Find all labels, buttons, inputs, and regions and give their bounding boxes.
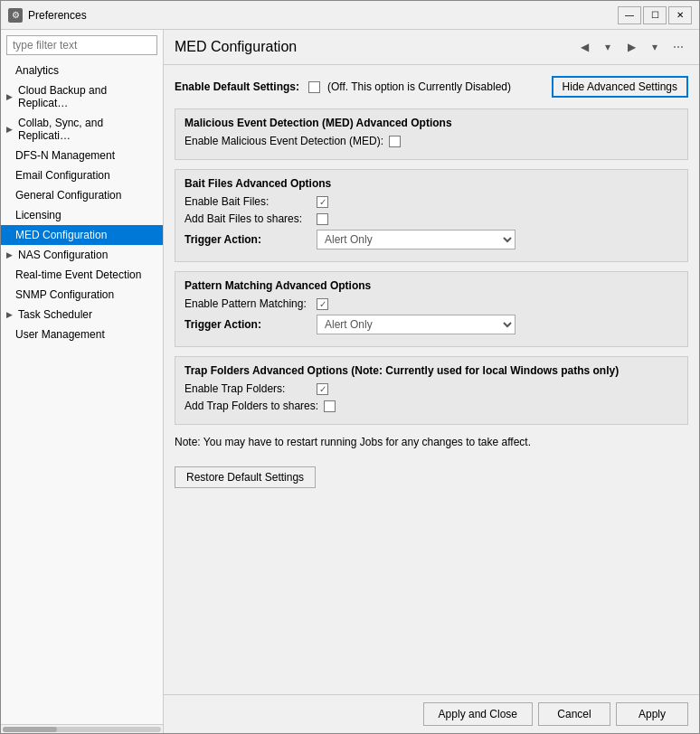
sidebar-label: SNMP Configuration	[15, 288, 114, 301]
expand-icon: ▶	[6, 125, 13, 134]
bait-trigger-label: Trigger Action:	[184, 233, 311, 246]
med-advanced-title: Malicious Event Detection (MED) Advanced…	[184, 117, 678, 129]
enable-default-label: Enable Default Settings:	[175, 80, 301, 93]
sidebar-item-email-config[interactable]: Email Configuration	[1, 165, 163, 185]
sidebar-label: DFS-N Management	[15, 149, 115, 162]
sidebar-label: Real-time Event Detection	[15, 268, 141, 281]
main-header: MED Configuration ◀ ▾ ▶ ▾ ⋯	[164, 30, 699, 65]
sidebar-label: Licensing	[15, 209, 61, 221]
search-input[interactable]	[6, 35, 157, 55]
sidebar-item-licensing[interactable]: Licensing	[1, 205, 163, 225]
sidebar-item-cloud-backup[interactable]: ▶ Cloud Backup and Replicat…	[1, 80, 163, 113]
sidebar-item-dfs-n[interactable]: DFS-N Management	[1, 146, 163, 165]
back-dropdown-button[interactable]: ▾	[598, 37, 618, 57]
window-controls: — ☐ ✕	[618, 6, 692, 24]
close-button[interactable]: ✕	[668, 6, 692, 24]
sidebar-label: Email Configuration	[15, 169, 110, 182]
sidebar-label: General Configuration	[15, 189, 121, 202]
add-bait-files-label: Add Bait Files to shares:	[184, 212, 311, 225]
sidebar-scrollbar	[1, 724, 163, 733]
main-body: Enable Default Settings: (Off. This opti…	[164, 65, 699, 694]
sidebar-list: Analytics ▶ Cloud Backup and Replicat… ▶…	[1, 61, 163, 724]
sidebar-item-task-scheduler[interactable]: ▶ Task Scheduler	[1, 305, 163, 325]
scrollbar-thumb[interactable]	[3, 727, 57, 732]
expand-icon: ▶	[6, 310, 13, 319]
cancel-button[interactable]: Cancel	[538, 702, 610, 726]
pattern-trigger-dropdown[interactable]: Alert Only Block and Alert	[317, 315, 516, 334]
enable-bait-files-label: Enable Bait Files:	[184, 195, 311, 208]
title-bar: ⚙ Preferences — ☐ ✕	[1, 1, 699, 30]
pattern-matching-section: Pattern Matching Advanced Options Enable…	[175, 271, 688, 347]
enable-med-label: Enable Malicious Event Detection (MED):	[184, 135, 383, 147]
sidebar-label: MED Configuration	[15, 229, 107, 241]
back-button[interactable]: ◀	[574, 37, 594, 57]
enable-pattern-matching-row: Enable Pattern Matching:	[184, 297, 678, 310]
pattern-matching-title: Pattern Matching Advanced Options	[184, 279, 678, 292]
enable-default-status: (Off. This option is Currently Disabled)	[327, 80, 511, 93]
enable-default-checkbox[interactable]	[308, 81, 320, 93]
main-content: MED Configuration ◀ ▾ ▶ ▾ ⋯ Enable Defau…	[164, 30, 699, 733]
enable-pattern-label: Enable Pattern Matching:	[184, 297, 311, 310]
pattern-trigger-action-row: Trigger Action: Alert Only Block and Ale…	[184, 315, 678, 334]
sidebar-item-collab-sync[interactable]: ▶ Collab, Sync, and Replicati…	[1, 113, 163, 146]
enable-trap-folders-row: Enable Trap Folders:	[184, 382, 678, 395]
sidebar-item-analytics[interactable]: Analytics	[1, 61, 163, 80]
sidebar-label: Collab, Sync, and Replicati…	[18, 117, 156, 142]
scrollbar-track	[3, 727, 161, 732]
sidebar-label: Task Scheduler	[18, 308, 92, 321]
enable-bait-files-row: Enable Bait Files:	[184, 195, 678, 208]
add-trap-label: Add Trap Folders to shares:	[184, 400, 318, 412]
menu-button[interactable]: ⋯	[668, 37, 688, 57]
enable-med-row: Enable Malicious Event Detection (MED):	[184, 135, 678, 147]
enable-trap-checkbox[interactable]	[317, 383, 328, 395]
sidebar-item-user-management[interactable]: User Management	[1, 325, 163, 344]
restore-defaults-button[interactable]: Restore Default Settings	[175, 466, 316, 488]
window-icon: ⚙	[8, 8, 23, 23]
page-title: MED Configuration	[175, 39, 297, 55]
sidebar-item-general-config[interactable]: General Configuration	[1, 185, 163, 205]
bait-trigger-action-row: Trigger Action: Alert Only Block and Ale…	[184, 230, 678, 249]
apply-button[interactable]: Apply	[616, 702, 688, 726]
sidebar-item-med-config[interactable]: MED Configuration	[1, 225, 163, 245]
bait-files-title: Bait Files Advanced Options	[184, 177, 678, 190]
content-area: Analytics ▶ Cloud Backup and Replicat… ▶…	[1, 30, 699, 733]
bait-trigger-dropdown[interactable]: Alert Only Block and Alert	[317, 230, 516, 249]
note-text: Note: You may have to restart running Jo…	[175, 436, 688, 448]
preferences-window: ⚙ Preferences — ☐ ✕ Analytics ▶ Cloud Ba…	[0, 0, 700, 734]
add-bait-files-checkbox[interactable]	[317, 213, 328, 225]
forward-dropdown-button[interactable]: ▾	[645, 37, 665, 57]
bait-files-section: Bait Files Advanced Options Enable Bait …	[175, 169, 688, 262]
window-title: Preferences	[28, 9, 618, 22]
enable-bait-files-checkbox[interactable]	[317, 196, 328, 208]
footer: Apply and Close Cancel Apply	[164, 694, 699, 733]
add-trap-checkbox[interactable]	[324, 400, 336, 412]
expand-icon: ▶	[6, 250, 13, 259]
trap-folders-section: Trap Folders Advanced Options (Note: Cur…	[175, 356, 688, 425]
enable-default-row: Enable Default Settings: (Off. This opti…	[175, 76, 688, 98]
sidebar-label: Cloud Backup and Replicat…	[18, 84, 156, 109]
maximize-button[interactable]: ☐	[643, 6, 667, 24]
apply-close-button[interactable]: Apply and Close	[423, 702, 533, 726]
sidebar-label: User Management	[15, 328, 105, 341]
minimize-button[interactable]: —	[618, 6, 641, 24]
hide-advanced-button[interactable]: Hide Advanced Settings	[552, 76, 688, 98]
enable-med-checkbox[interactable]	[389, 136, 401, 147]
sidebar-label: NAS Configuration	[18, 249, 108, 261]
enable-pattern-checkbox[interactable]	[317, 298, 328, 310]
add-trap-folders-row: Add Trap Folders to shares:	[184, 400, 678, 412]
pattern-trigger-label: Trigger Action:	[184, 318, 311, 331]
expand-icon: ▶	[6, 92, 13, 101]
header-actions: ◀ ▾ ▶ ▾ ⋯	[574, 37, 688, 57]
sidebar-item-snmp-config[interactable]: SNMP Configuration	[1, 285, 163, 305]
med-advanced-section: Malicious Event Detection (MED) Advanced…	[175, 108, 688, 160]
forward-button[interactable]: ▶	[621, 37, 641, 57]
sidebar-item-realtime-event[interactable]: Real-time Event Detection	[1, 265, 163, 285]
sidebar-item-nas-config[interactable]: ▶ NAS Configuration	[1, 245, 163, 265]
sidebar: Analytics ▶ Cloud Backup and Replicat… ▶…	[1, 30, 164, 733]
enable-trap-label: Enable Trap Folders:	[184, 382, 311, 395]
sidebar-label: Analytics	[15, 64, 59, 77]
add-bait-files-row: Add Bait Files to shares:	[184, 212, 678, 225]
trap-folders-title: Trap Folders Advanced Options (Note: Cur…	[184, 364, 678, 377]
